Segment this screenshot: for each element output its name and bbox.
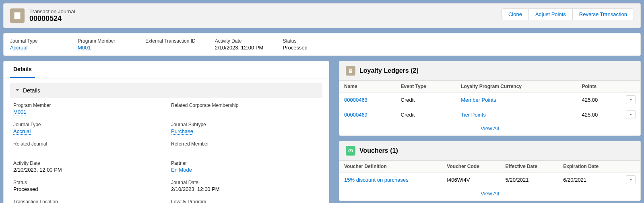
table-row: 00000469 Credit Tier Points 425.00 xyxy=(339,107,640,122)
field-label: Journal Subtype xyxy=(171,122,319,127)
field-label: Related Corporate Membership xyxy=(171,103,319,108)
loyalty-ledgers-card: Loyalty Ledgers (2) Name Event Type Loya… xyxy=(339,61,641,136)
journal-subtype-link[interactable]: Purchase xyxy=(171,128,193,135)
field-label: Transaction Location xyxy=(13,199,161,203)
field-journal-subtype: Journal Subtype Purchase xyxy=(171,122,319,135)
record-labels: Transaction Journal 00000524 xyxy=(29,8,75,23)
hl-label: Status xyxy=(283,38,331,44)
field-partner: Partner En Mode xyxy=(171,160,319,174)
ledger-name-link[interactable]: 00000469 xyxy=(344,112,367,118)
hl-status: Status Processed xyxy=(283,38,331,51)
row-action-button[interactable] xyxy=(626,175,636,184)
field-journal-type: Journal Type Accrual xyxy=(13,122,161,135)
table-row: 15% discount on purchases I406WI4V 5/20/… xyxy=(339,172,640,187)
field-referred-member: Referred Member xyxy=(171,141,319,155)
detail-grid: Program Member M001 Related Corporate Me… xyxy=(4,101,329,203)
tab-details[interactable]: Details xyxy=(10,61,35,78)
clone-button[interactable]: Clone xyxy=(502,8,529,20)
hl-value: 2/10/2023, 12:00 PM xyxy=(215,45,264,51)
col-currency: Loyalty Program Currency xyxy=(456,81,577,92)
field-label: Loyalty Program xyxy=(171,199,319,203)
field-value: 2/10/2023, 12:00 PM xyxy=(171,186,319,193)
field-value xyxy=(171,109,319,116)
hl-label: Journal Type xyxy=(10,38,58,44)
hl-value: Processed xyxy=(283,45,331,51)
vouchers-header: Vouchers (1) xyxy=(339,141,640,161)
program-member-link[interactable]: M001 xyxy=(13,109,27,115)
col-exp-date: Expiration Date xyxy=(558,161,621,172)
cell-event-type: Credit xyxy=(396,92,456,107)
field-program-member: Program Member M001 xyxy=(13,103,161,116)
ledgers-table: Name Event Type Loyalty Program Currency… xyxy=(339,81,640,122)
record-name: 00000524 xyxy=(29,14,75,23)
view-all-ledgers-link[interactable]: View All xyxy=(481,125,499,131)
col-points: Points xyxy=(577,81,621,92)
ledger-currency-link[interactable]: Tier Points xyxy=(461,112,486,118)
field-related-journal: Related Journal xyxy=(13,141,161,155)
ledger-name-link[interactable]: 00000468 xyxy=(344,97,367,103)
ledger-currency-link[interactable]: Member Points xyxy=(461,97,496,103)
field-label: Journal Date xyxy=(171,180,319,185)
cell-eff-date: 5/20/2021 xyxy=(501,172,559,187)
field-value xyxy=(171,148,319,155)
field-label: Activity Date xyxy=(13,160,161,166)
field-related-corp: Related Corporate Membership xyxy=(171,103,319,116)
hl-label: External Transaction ID xyxy=(145,38,196,44)
table-row: 00000468 Credit Member Points 425.00 xyxy=(339,92,640,107)
row-action-button[interactable] xyxy=(626,95,636,104)
journal-type-link[interactable]: Accrual xyxy=(13,128,31,135)
hl-activity-date: Activity Date 2/10/2023, 12:00 PM xyxy=(215,38,264,51)
field-value xyxy=(13,148,161,155)
svg-point-8 xyxy=(350,150,351,151)
field-loyalty-program: Loyalty Program xyxy=(171,199,319,203)
adjust-points-button[interactable]: Adjust Points xyxy=(528,8,573,20)
svg-rect-5 xyxy=(350,70,352,70)
voucher-icon xyxy=(346,146,355,156)
row-action-button[interactable] xyxy=(626,110,636,119)
highlights-panel: Journal Type Accrual Program Member M001… xyxy=(3,33,641,56)
col-voucher-code: Voucher Code xyxy=(442,161,500,172)
field-value: 2/10/2023, 12:00 PM xyxy=(13,167,161,174)
tabs: Details xyxy=(4,61,329,78)
section-toggle-details[interactable]: Details xyxy=(10,83,322,98)
view-all-vouchers-link[interactable]: View All xyxy=(481,191,499,197)
record-header: Transaction Journal 00000524 Clone Adjus… xyxy=(3,3,641,28)
col-eff-date: Effective Date xyxy=(501,161,559,172)
col-name: Name xyxy=(339,81,396,92)
vouchers-title: Vouchers (1) xyxy=(359,147,398,154)
section-title: Details xyxy=(23,87,40,94)
cell-voucher-code: I406WI4V xyxy=(442,172,500,187)
col-event-type: Event Type xyxy=(396,81,456,92)
journal-type-link[interactable]: Accrual xyxy=(10,45,27,51)
object-label: Transaction Journal xyxy=(29,8,75,14)
vouchers-card: Vouchers (1) Voucher Definition Voucher … xyxy=(339,141,641,201)
partner-link[interactable]: En Mode xyxy=(171,167,192,173)
hl-program-member: Program Member M001 xyxy=(78,38,126,51)
content-columns: Details Details Program Member M001 Rela… xyxy=(3,61,641,203)
svg-rect-6 xyxy=(350,70,352,71)
vouchers-table: Voucher Definition Voucher Code Effectiv… xyxy=(339,161,640,187)
record-header-left: Transaction Journal 00000524 xyxy=(10,8,75,23)
chevron-down-icon xyxy=(15,88,20,94)
program-member-link[interactable]: M001 xyxy=(78,45,91,51)
field-label: Referred Member xyxy=(171,141,319,147)
hl-external-txn: External Transaction ID xyxy=(145,38,196,51)
field-journal-date: Journal Date 2/10/2023, 12:00 PM xyxy=(171,180,319,193)
field-txn-location: Transaction Location xyxy=(13,199,161,203)
field-status: Status Processed xyxy=(13,180,161,193)
field-label: Program Member xyxy=(13,103,161,108)
reverse-transaction-button[interactable]: Reverse Transaction xyxy=(572,8,634,20)
details-card: Details Details Program Member M001 Rela… xyxy=(3,61,329,203)
loyalty-ledgers-header: Loyalty Ledgers (2) xyxy=(339,61,640,81)
hl-label: Activity Date xyxy=(215,38,264,44)
record-actions: Clone Adjust Points Reverse Transaction xyxy=(502,8,634,20)
field-value: Processed xyxy=(13,186,161,193)
voucher-def-link[interactable]: 15% discount on purchases xyxy=(344,177,409,183)
col-voucher-def: Voucher Definition xyxy=(339,161,442,172)
hl-journal-type: Journal Type Accrual xyxy=(10,38,58,51)
cell-points: 425.00 xyxy=(577,92,621,107)
ledger-icon xyxy=(346,66,355,76)
field-label: Partner xyxy=(171,160,319,166)
cell-exp-date: 6/20/2021 xyxy=(558,172,621,187)
journal-icon xyxy=(10,8,25,23)
